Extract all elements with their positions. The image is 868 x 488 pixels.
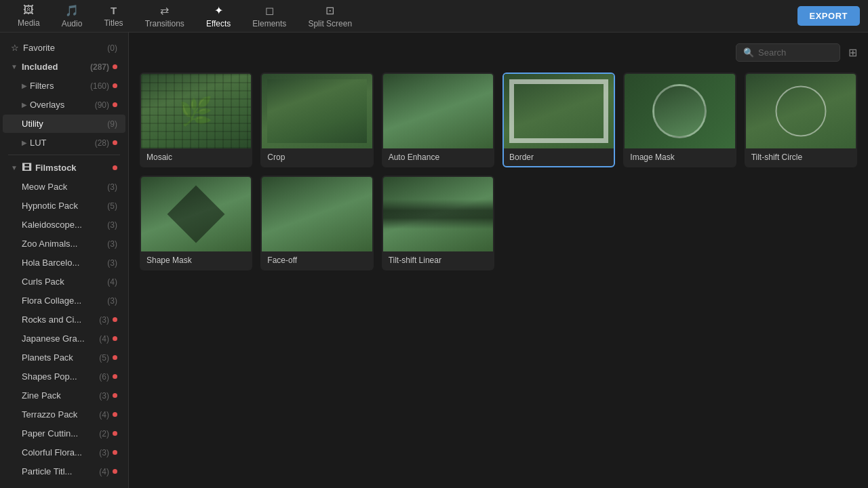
- sidebar-item-favorite[interactable]: ☆ Favorite (0): [3, 39, 125, 57]
- filters-red-dot: [113, 83, 117, 88]
- sidebar-group-filmstock[interactable]: ▼ 🎞 Filmstock: [3, 158, 125, 177]
- included-red-dot: [113, 64, 117, 69]
- effect-thumb-crop: [262, 74, 372, 148]
- nav-elements[interactable]: ◻ Elements: [243, 1, 296, 31]
- rocks-and-ci-label: Rocks and Ci...: [22, 314, 96, 325]
- paper-cuttin-label: Paper Cuttin...: [22, 428, 96, 439]
- zoo-animals-label: Zoo Animals...: [22, 239, 104, 249]
- lut-red-dot: [113, 140, 117, 145]
- effect-name-shape-mask: Shape Mask: [141, 251, 251, 269]
- effects-grid: Mosaic Crop Auto Enhance: [140, 73, 857, 270]
- effect-name-tiltshift-circle: Tilt-shift Circle: [746, 148, 856, 166]
- sidebar-item-paper-cuttin[interactable]: Paper Cuttin... (2): [3, 424, 125, 443]
- sidebar-item-hypnotic-pack[interactable]: Hypnotic Pack (5): [3, 197, 125, 215]
- sidebar-item-terrazzo-pack[interactable]: Terrazzo Pack (4): [3, 405, 125, 424]
- shapes-pop-label: Shapes Pop...: [22, 371, 96, 382]
- effect-name-border: Border: [504, 148, 614, 166]
- effect-card-image-mask[interactable]: Image Mask: [623, 73, 736, 167]
- sidebar-item-filters[interactable]: ▶ Filters (160): [3, 77, 125, 95]
- transitions-icon: ⇄: [160, 4, 169, 17]
- grid-view-icon[interactable]: ⊞: [848, 46, 857, 59]
- sidebar-utility-count: (9): [107, 119, 117, 129]
- filmstock-icon: 🎞: [22, 162, 31, 173]
- star-icon: ☆: [11, 43, 19, 53]
- filters-expand-icon: ▶: [22, 82, 27, 89]
- sidebar-item-zine-pack[interactable]: Zine Pack (3): [3, 386, 125, 405]
- meow-pack-count: (3): [107, 182, 117, 192]
- hola-barcelo-count: (3): [107, 258, 117, 268]
- sidebar-item-colorful-flora[interactable]: Colorful Flora... (3): [3, 443, 125, 462]
- sidebar-favorite-count: (0): [107, 43, 117, 53]
- nav-effects-label: Effects: [206, 19, 231, 28]
- sidebar-item-planets-pack[interactable]: Planets Pack (5): [3, 348, 125, 367]
- filmstock-collapse-icon: ▼: [11, 164, 18, 171]
- nav-titles[interactable]: T Titles: [94, 1, 132, 31]
- planets-pack-count: (5): [99, 353, 109, 363]
- sidebar-item-japanese-gra[interactable]: Japanese Gra... (4): [3, 329, 125, 348]
- effect-thumb-tiltshift-linear: [383, 177, 493, 251]
- search-icon: 🔍: [743, 47, 754, 58]
- lut-expand-icon: ▶: [22, 139, 27, 146]
- effect-name-faceoff: Face-off: [262, 251, 372, 269]
- nav-transitions[interactable]: ⇄ Transitions: [136, 1, 194, 31]
- effect-thumb-faceoff: [262, 177, 372, 251]
- effect-card-tiltshift-circle[interactable]: Tilt-shift Circle: [745, 73, 857, 167]
- effect-thumb-image-mask: [625, 74, 734, 148]
- effect-card-faceoff[interactable]: Face-off: [260, 176, 373, 270]
- curls-pack-count: (4): [107, 277, 117, 287]
- sidebar-item-zoo-animals[interactable]: Zoo Animals... (3): [3, 235, 125, 253]
- sidebar-item-lut[interactable]: ▶ LUT (28): [3, 134, 125, 152]
- sidebar-item-hola-barcelo[interactable]: Hola Barcelo... (3): [3, 253, 125, 272]
- japanese-red-dot: [113, 336, 117, 341]
- effect-thumb-shape-mask: [141, 177, 251, 251]
- sidebar-item-meow-pack[interactable]: Meow Pack (3): [3, 178, 125, 196]
- sidebar-item-kaleidoscope[interactable]: Kaleidoscope... (3): [3, 216, 125, 234]
- paper-cuttin-count: (2): [99, 429, 109, 439]
- nav-titles-label: Titles: [104, 18, 123, 28]
- filmstock-red-dot: [113, 165, 117, 170]
- search-box[interactable]: 🔍: [736, 43, 840, 62]
- effect-name-mosaic: Mosaic: [141, 148, 251, 166]
- export-button[interactable]: EXPORT: [797, 6, 860, 26]
- sidebar-group-included[interactable]: ▼ Included (287): [3, 58, 125, 76]
- effect-card-crop[interactable]: Crop: [260, 73, 373, 167]
- rocks-and-ci-count: (3): [99, 315, 109, 325]
- shapes-pop-count: (6): [99, 372, 109, 382]
- sidebar-item-rocks-and-ci[interactable]: Rocks and Ci... (3): [3, 310, 125, 329]
- sidebar-filmstock-label: Filmstock: [35, 163, 109, 173]
- search-input[interactable]: [758, 47, 833, 58]
- sidebar-item-overlays[interactable]: ▶ Overlays (90): [3, 96, 125, 114]
- effect-card-auto-enhance[interactable]: Auto Enhance: [382, 73, 494, 167]
- colorful-flora-count: (3): [99, 448, 109, 458]
- rocks-red-dot: [113, 317, 117, 322]
- effect-card-tiltshift-linear[interactable]: Tilt-shift Linear: [382, 176, 494, 270]
- particle-red-dot: [113, 469, 117, 474]
- media-icon: 🖼: [23, 4, 34, 16]
- zoo-animals-count: (3): [107, 239, 117, 249]
- kaleidoscope-count: (3): [107, 220, 117, 230]
- effect-thumb-border: [504, 74, 614, 148]
- nav-effects[interactable]: ✦ Effects: [197, 1, 240, 31]
- top-nav: 🖼 Media 🎵 Audio T Titles ⇄ Transitions ✦…: [0, 0, 868, 33]
- zine-pack-label: Zine Pack: [22, 390, 96, 401]
- effect-card-shape-mask[interactable]: Shape Mask: [140, 176, 252, 270]
- sidebar-item-curls-pack[interactable]: Curls Pack (4): [3, 272, 125, 291]
- sidebar-item-shapes-pop[interactable]: Shapes Pop... (6): [3, 367, 125, 386]
- particle-titl-count: (4): [99, 467, 109, 476]
- sidebar-item-particle-titl[interactable]: Particle Titl... (4): [3, 462, 125, 481]
- sidebar-filters-label: Filters: [30, 81, 87, 91]
- effect-card-border[interactable]: Border: [502, 73, 615, 167]
- nav-audio[interactable]: 🎵 Audio: [52, 1, 92, 31]
- nav-media[interactable]: 🖼 Media: [8, 1, 50, 31]
- sidebar-item-utility[interactable]: Utility (9): [3, 115, 125, 133]
- circle-mask: [652, 84, 707, 138]
- flora-collage-label: Flora Collage...: [22, 296, 104, 306]
- effect-card-mosaic[interactable]: Mosaic: [140, 73, 252, 167]
- nav-split-screen[interactable]: ⊡ Split Screen: [298, 1, 361, 31]
- sidebar-item-flora-collage[interactable]: Flora Collage... (3): [3, 291, 125, 310]
- elements-icon: ◻: [265, 4, 274, 17]
- japanese-gra-label: Japanese Gra...: [22, 333, 96, 344]
- sidebar-divider: [8, 155, 120, 155]
- terrazzo-pack-count: (4): [99, 410, 109, 420]
- planets-pack-label: Planets Pack: [22, 352, 96, 363]
